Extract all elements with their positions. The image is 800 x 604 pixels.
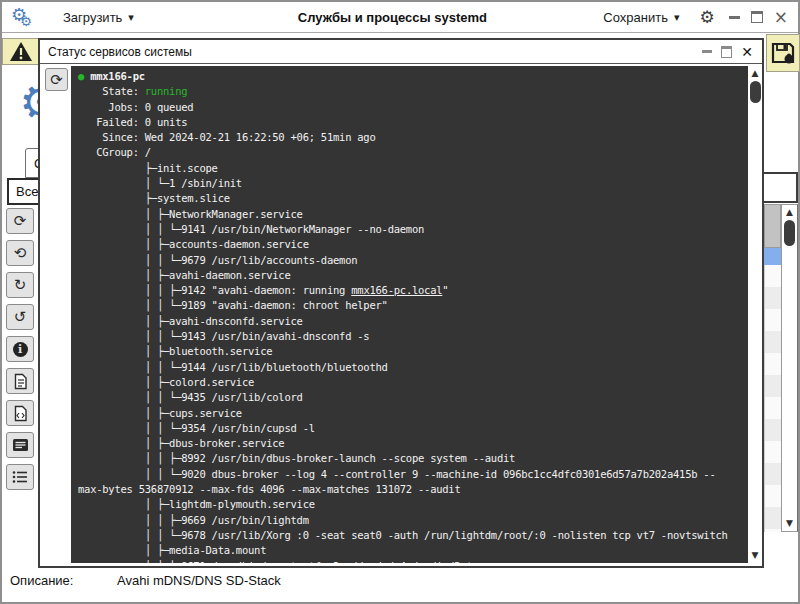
console-line: Since: Wed 2024-02-21 16:22:50 +06; 51mi… [78,130,748,145]
console-line: Jobs: 0 queued [78,100,748,115]
refresh-icon: ⟳ [50,71,63,89]
caret-down-icon: ▾ [674,11,680,24]
console-line: CGroup: / [78,145,748,160]
dialog-maximize-button[interactable] [721,46,732,58]
console-line: │ │ └─9435 /usr/lib/colord [78,390,748,405]
console-line: │ ├─accounts-daemon.service [78,237,748,252]
maximize-button[interactable] [751,11,763,23]
info-button[interactable]: i [6,336,34,362]
settings-gear-icon[interactable]: ⚙ [700,9,715,26]
console-line: ● mmx166-pc [78,69,748,84]
console-line: │ ├─colord.service [78,375,748,390]
console-line: │ │ └─9144 /usr/lib/bluetooth/bluetoothd [78,360,748,375]
save-menu-label: Сохранить [603,10,668,25]
console-line: │ ├─media-Data.mount [78,543,748,558]
list-view-button[interactable] [6,464,34,490]
minimize-button[interactable] [729,16,740,19]
save-floppy-icon [770,40,796,66]
console-scrollbar[interactable]: ▲ ▼ [748,66,762,563]
console-line: │ ├─bluetooth.service [78,344,748,359]
console-line: │ ├─dbus-broker.service [78,436,748,451]
console-line: │ │ └─9189 "avahi-daemon: chroot helper" [78,298,748,313]
document-button[interactable] [6,368,34,394]
load-menu-label: Загрузить [63,10,122,25]
console-line: max-bytes 536870912 --max-fds 4096 --max… [78,482,748,497]
main-titlebar: ⚙⚙ Загрузить ▾ Службы и процессы systemd… [2,2,798,33]
console-output[interactable]: ● mmx166-pc State: running Jobs: 0 queue… [71,66,748,563]
document-icon [13,373,28,390]
redo-icon: ↻ [14,276,27,294]
scroll-up-icon[interactable]: ▲ [752,69,759,78]
form-view-icon [12,438,29,452]
dialog-close-button[interactable]: ✕ [741,45,753,59]
table-grey-cell[interactable] [764,204,781,248]
description-value: Avahi mDNS/DNS SD-Stack [117,573,281,588]
list-view-icon [12,470,28,484]
history-icon: ⟲ [14,244,27,262]
console-line: │ ├─avahi-daemon.service [78,268,748,283]
console-line: ├─init.scope [78,161,748,176]
side-toolbar: ⟳ ⟲ ↻ ↺ i [6,208,34,490]
console-line: │ │ ├─9669 /usr/bin/lightdm [78,513,748,528]
load-menu-button[interactable]: Загрузить ▾ [57,9,140,26]
refresh-status-button[interactable]: ⟳ [45,68,68,91]
source-file-icon [13,405,28,422]
close-button[interactable]: × [774,9,788,26]
dialog-title: Статус сервисов системы [48,45,192,59]
services-status-dialog: Статус сервисов системы ✕ ⟳ ● mmx166-pc … [38,38,764,568]
console-line: │ │ ├─8992 /usr/bin/dbus-broker-launch -… [78,451,748,466]
console-line: │ │ └─9141 /usr/bin/NetworkManager --no-… [78,222,748,237]
warning-toolbar-button[interactable] [2,38,39,65]
console-line: │ │ ├─9142 "avahi-daemon: running mmx166… [78,283,748,298]
table-scroll-thumb[interactable] [784,220,795,246]
dialog-body: ⟳ ● mmx166-pc State: running Jobs: 0 que… [40,64,762,563]
filter-dropdown-value: Все [16,184,38,199]
undo-icon: ↺ [14,308,27,326]
console-line: │ ├─NetworkManager.service [78,207,748,222]
scroll-down-icon[interactable]: ▼ [752,551,759,560]
refresh-button[interactable]: ⟳ [6,208,34,234]
console-line: │ ├─avahi-dnsconfd.service [78,314,748,329]
redo-button[interactable]: ↻ [6,272,34,298]
dialog-titlebar[interactable]: Статус сервисов системы ✕ [40,40,762,64]
console-line: │ │ └─9671 /usr/bin/mount.ntfs-3g /dev/s… [78,559,748,564]
console-line: │ └─1 /sbin/init [78,176,748,191]
source-file-button[interactable] [6,400,34,426]
scroll-up-icon[interactable]: ▲ [786,208,793,217]
form-view-button[interactable] [6,432,34,458]
reload-history-button[interactable]: ⟲ [6,240,34,266]
dialog-minimize-button[interactable] [702,50,712,53]
console-line: │ │ └─9020 dbus-broker --log 4 --control… [78,467,748,482]
console-line: │ ├─lightdm-plymouth.service [78,497,748,512]
console-line: │ │ └─9679 /usr/lib/accounts-daemon [78,253,748,268]
console-line: Failed: 0 units [78,115,748,130]
description-label: Описание: [10,573,73,588]
console-line: ├─system.slice [78,191,748,206]
save-file-button[interactable] [766,34,800,72]
save-menu-button[interactable]: Сохранить ▾ [597,9,685,26]
table-rows-strip[interactable] [764,265,781,532]
console-line: │ ├─cups.service [78,406,748,421]
console-scroll-thumb[interactable] [750,81,761,103]
table-scrollbar[interactable]: ▲ ▼ [781,204,798,532]
table-selected-row[interactable] [764,248,781,265]
refresh-icon: ⟳ [14,212,27,230]
info-icon: i [13,342,28,357]
app-gears-icon: ⚙⚙ [11,6,43,28]
window-title: Службы и процессы systemd [298,10,487,25]
console-line: │ │ └─9354 /usr/bin/cupsd -l [78,421,748,436]
scroll-down-icon[interactable]: ▼ [786,519,793,528]
warning-icon [9,41,33,62]
console-line: State: running [78,84,748,99]
console-line: │ │ └─9678 /usr/lib/Xorg :0 -seat seat0 … [78,528,748,543]
app-window: ⚙⚙ Загрузить ▾ Службы и процессы systemd… [0,0,800,604]
console-line: │ │ └─9143 /usr/bin/avahi-dnsconfd -s [78,329,748,344]
caret-down-icon: ▾ [128,11,134,24]
undo-button[interactable]: ↺ [6,304,34,330]
